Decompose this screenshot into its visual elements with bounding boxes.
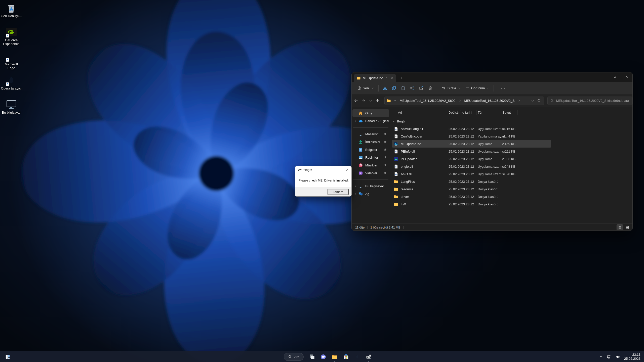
minimize-button[interactable] — [597, 72, 609, 81]
file-row[interactable]: PEUpdater 25.02.2023 23:12 Uygulama 2.90… — [392, 155, 551, 163]
folder-row[interactable]: resource 25.02.2023 23:12 Dosya klasörü — [392, 185, 551, 193]
meupdatetool-button[interactable] — [364, 352, 374, 362]
opera-button[interactable] — [352, 352, 362, 362]
desktop-icon-label: GeForce Experience — [1, 38, 22, 46]
desktop-icon-geforce-experience[interactable]: GeForce Experience — [1, 26, 22, 50]
desktop-icon-label: Bu bilgisayar — [2, 111, 21, 114]
task-view-button[interactable] — [307, 352, 317, 362]
sidebar-item-this-pc[interactable]: Bu bilgisayar — [352, 182, 389, 190]
task-view-icon — [309, 354, 315, 360]
column-header-name[interactable]: Ad — [392, 111, 447, 114]
chevron-down-icon — [392, 120, 395, 123]
dialog-title-bar[interactable]: Warning!!! — [295, 166, 351, 173]
column-header-type[interactable]: Tür — [476, 111, 501, 114]
search-box[interactable] — [547, 97, 632, 105]
search-input[interactable] — [556, 99, 630, 103]
sidebar-item-onedrive[interactable]: Bahadır - Kişisel — [352, 117, 389, 125]
sidebar-item-network[interactable]: Ağ — [352, 190, 389, 198]
file-row[interactable]: PEInfo.dll 25.02.2023 23:12 Uygulama uza… — [392, 148, 551, 155]
home-icon — [358, 111, 363, 116]
breadcrumb-overflow-icon[interactable] — [392, 99, 398, 102]
navigation-pane: Giriş Bahadır - Kişisel Masaüstü İndiril… — [352, 107, 390, 223]
close-button[interactable] — [621, 72, 632, 81]
cut-button[interactable] — [381, 84, 390, 93]
breadcrumb-item[interactable]: MEUpdateTool_16.1.25.2020V2_S — [464, 98, 515, 103]
desktop-icon-recycle-bin[interactable]: Geri Dönüşü... — [1, 2, 22, 26]
column-separator[interactable] — [517, 110, 517, 115]
desktop-icon-microsoft-edge[interactable]: Microsoft Edge — [1, 50, 22, 74]
column-separator[interactable] — [501, 110, 501, 115]
downloads-icon — [358, 140, 363, 144]
large-thumbnails-view-button[interactable] — [624, 224, 630, 230]
view-button[interactable]: Görünüm — [463, 84, 492, 92]
details-view-button[interactable] — [617, 224, 623, 230]
network-tray-icon[interactable] — [605, 352, 613, 362]
sidebar-item-desktop[interactable]: Masaüstü — [352, 130, 389, 138]
folder-row[interactable]: LangFiles 25.02.2023 23:12 Dosya klasörü — [392, 178, 551, 185]
file-row-selected[interactable]: MEUpdateTool 25.02.2023 23:12 Uygulama 2… — [392, 140, 551, 148]
tab-close-button[interactable] — [389, 75, 394, 81]
address-dropdown-icon[interactable] — [531, 99, 534, 102]
forward-button[interactable] — [360, 97, 366, 105]
chevron-right-icon[interactable] — [517, 99, 521, 102]
widgets-icon — [5, 354, 11, 360]
chevron-right-icon[interactable] — [458, 99, 462, 102]
tray-expand-button[interactable] — [597, 352, 605, 362]
sidebar-item-documents[interactable]: Belgeler — [352, 146, 389, 154]
breadcrumb-item[interactable]: MEUpdateTool_16.1.25.2020V2_S600 — [399, 98, 456, 103]
desktop-icon-this-pc[interactable]: Bu bilgisayar — [1, 99, 22, 123]
column-separator[interactable] — [447, 110, 447, 115]
paste-button[interactable] — [399, 84, 408, 93]
chevron-right-icon[interactable] — [352, 185, 358, 188]
share-button[interactable] — [417, 84, 426, 93]
toolbar-separator — [494, 85, 494, 92]
new-button[interactable]: Yeni — [355, 84, 376, 92]
dll-file-icon — [394, 149, 398, 154]
file-explorer-button[interactable] — [330, 352, 340, 362]
folder-row[interactable]: FW 25.02.2023 23:12 Dosya klasörü — [392, 200, 551, 208]
rename-button[interactable] — [408, 84, 417, 93]
start-button[interactable] — [270, 352, 280, 362]
refresh-icon[interactable] — [537, 99, 541, 103]
chat-button[interactable] — [318, 352, 328, 362]
new-tab-button[interactable] — [398, 75, 404, 81]
toolbar-separator — [378, 85, 379, 92]
sidebar-item-pictures[interactable]: Resimler — [352, 154, 389, 161]
taskbar-search[interactable]: Ara — [284, 353, 304, 361]
delete-button[interactable] — [426, 84, 435, 93]
copy-button[interactable] — [390, 84, 399, 93]
dialog-close-button[interactable] — [343, 166, 351, 173]
column-header-date[interactable]: Değiştirme tarihi — [447, 111, 476, 114]
desktop-icon-label: Geri Dönüşü... — [1, 14, 22, 18]
chevron-right-icon[interactable] — [352, 193, 358, 195]
column-header-size[interactable]: Boyut — [501, 111, 517, 114]
sidebar-item-music[interactable]: Müzikler — [352, 161, 389, 169]
sort-button[interactable]: Sırala — [439, 84, 463, 92]
desktop-icon-opera[interactable]: Opera tarayıcı — [1, 74, 22, 99]
column-separator[interactable] — [476, 110, 476, 115]
file-row[interactable]: pngio.dll 25.02.2023 23:12 Uygulama uzan… — [392, 163, 551, 170]
recent-locations-button[interactable] — [368, 97, 373, 105]
maximize-button[interactable] — [609, 72, 621, 81]
volume-tray-icon[interactable] — [614, 352, 622, 362]
file-row[interactable]: AsMultiLang.dll 25.02.2023 23:12 Uygulam… — [392, 125, 551, 132]
ok-button[interactable]: Tamam — [328, 189, 349, 195]
folder-icon — [394, 187, 398, 192]
file-row[interactable]: AsIO.dll 25.02.2023 23:12 Uygulama uzant… — [392, 170, 551, 178]
widgets-button[interactable] — [3, 352, 13, 362]
chevron-right-icon[interactable] — [352, 120, 358, 122]
sidebar-item-videos[interactable]: Videolar — [352, 169, 389, 177]
taskbar-clock[interactable]: 23:13 25.02.2023 — [623, 353, 643, 361]
group-header-today[interactable]: Bugün — [392, 117, 632, 125]
back-button[interactable] — [353, 97, 359, 105]
see-more-button[interactable] — [498, 85, 508, 91]
sidebar-item-downloads[interactable]: İndirilenler — [352, 138, 389, 146]
address-bar[interactable]: MEUpdateTool_16.1.25.2020V2_S600 MEUpdat… — [384, 97, 544, 105]
folder-row[interactable]: driver 25.02.2023 23:12 Dosya klasörü — [392, 193, 551, 200]
address-bar-row: MEUpdateTool_16.1.25.2020V2_S600 MEUpdat… — [352, 95, 632, 107]
up-button[interactable] — [375, 97, 380, 105]
microsoft-store-button[interactable] — [341, 352, 351, 362]
sidebar-item-home[interactable]: Giriş — [352, 109, 389, 117]
file-row[interactable]: ConfigEncoder 25.02.2023 23:12 Yapılandı… — [392, 132, 551, 140]
explorer-tab[interactable]: MEUpdateTool_16.1.25.2020V2 — [354, 74, 396, 82]
